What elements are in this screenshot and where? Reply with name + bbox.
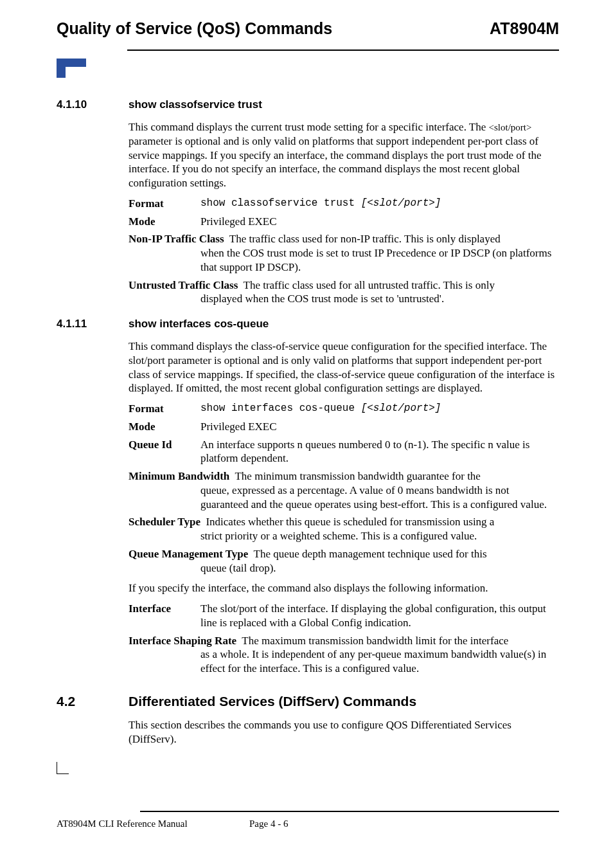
queueid-value: An interface supports n queues numbered … [200,438,559,466]
section-title: show classofservice trust [129,98,262,111]
minbw-label: Minimum Bandwidth [129,470,229,482]
section-number: 4.1.10 [57,98,129,111]
crop-mark-icon [57,762,69,774]
logo-icon [57,59,559,83]
section-4-2-body: This section describes the commands you … [129,718,559,746]
format-row: Format show classofservice trust [<slot/… [129,197,559,211]
header-divider [127,50,559,51]
format-label: Format [129,402,200,416]
mode-value: Privileged EXEC [200,420,559,434]
format-row: Format show interfaces cos-queue [<slot/… [129,402,559,416]
section-number: 4.2 [57,694,129,709]
footer-page-number: Page 4 - 6 [249,818,288,829]
format-value: show classofservice trust [<slot/port>] [200,197,559,211]
interface-row: Interface The slot/port of the interface… [129,602,559,630]
section-title: show interfaces cos-queue [129,318,269,330]
svg-rect-0 [57,59,66,78]
section-title: Differentiated Services (DiffServ) Comma… [129,694,416,709]
section-4-1-10-heading: 4.1.10 show classofservice trust [57,98,559,111]
footer-divider [140,811,559,812]
qmgmt-label: Queue Management Type [129,548,248,560]
header-title: Quality of Service (QoS) Commands [57,19,332,38]
paragraph: This section describes the commands you … [129,718,559,746]
nonip-value: The traffic class used for non-IP traffi… [224,233,501,245]
paragraph: If you specify the interface, the comman… [129,581,559,595]
page-footer: AT8904M CLI Reference Manual Page 4 - 6 [57,811,559,829]
section-4-1-11-heading: 4.1.11 show interfaces cos-queue [57,318,559,330]
interface-value: The slot/port of the interface. If displ… [200,602,559,630]
nonip-row: Non-IP Traffic Class The traffic class u… [129,232,559,274]
paragraph: This command displays the class-of-servi… [129,339,559,395]
scheduler-row: Scheduler Type Indicates whether this qu… [129,515,559,543]
footer-manual-name: AT8904M CLI Reference Manual [57,818,249,829]
mode-label: Mode [129,215,200,229]
untrusted-label: Untrusted Traffic Class [129,279,238,291]
shaping-row: Interface Shaping Rate The maximum trans… [129,634,559,676]
untrusted-value: The traffic class used for all untrusted… [238,279,495,291]
untrusted-row: Untrusted Traffic Class The traffic clas… [129,278,559,307]
scheduler-label: Scheduler Type [129,516,200,528]
header-product: AT8904M [490,19,559,38]
qmgmt-row: Queue Management Type The queue depth ma… [129,547,559,575]
mode-label: Mode [129,420,200,434]
section-4-1-10-body: This command displays the current trust … [129,120,559,306]
svg-rect-1 [66,59,86,67]
queueid-label: Queue Id [129,438,200,466]
section-4-1-11-body: This command displays the class-of-servi… [129,339,559,676]
format-label: Format [129,197,200,211]
paragraph: This command displays the current trust … [129,120,559,190]
queueid-row: Queue Id An interface supports n queues … [129,438,559,466]
page-header: Quality of Service (QoS) Commands AT8904… [57,19,559,44]
format-value: show interfaces cos-queue [<slot/port>] [200,402,559,416]
shaping-label: Interface Shaping Rate [129,635,236,647]
mode-row: Mode Privileged EXEC [129,420,559,434]
minbw-row: Minimum Bandwidth The minimum transmissi… [129,469,559,511]
mode-value: Privileged EXEC [200,215,559,229]
section-number: 4.1.11 [57,318,129,330]
nonip-label: Non-IP Traffic Class [129,233,224,245]
interface-label: Interface [129,602,200,630]
section-4-2-heading: 4.2 Differentiated Services (DiffServ) C… [57,694,559,709]
mode-row: Mode Privileged EXEC [129,215,559,229]
